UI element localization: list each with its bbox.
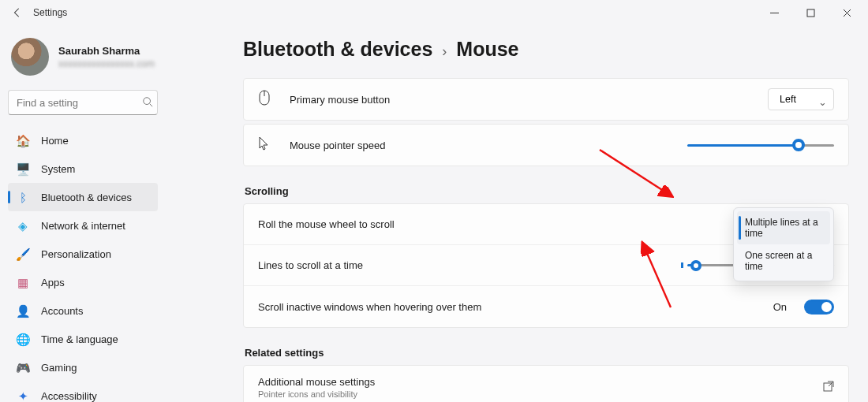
roll-wheel-label: Roll the mouse wheel to scroll	[258, 218, 395, 230]
mouse-icon	[258, 90, 274, 109]
sidebar-item-label: Accessibility	[41, 390, 97, 402]
window-title: Settings	[33, 7, 67, 18]
sidebar-item-label: Accounts	[41, 305, 83, 317]
nav-icon: 🌐	[16, 332, 30, 346]
primary-mouse-button-card: Primary mouse button Left ⌄	[243, 78, 849, 121]
breadcrumb: Bluetooth & devices › Mouse	[243, 38, 849, 61]
pointer-speed-label: Mouse pointer speed	[290, 140, 385, 151]
sidebar-item-label: Bluetooth & devices	[41, 192, 132, 203]
related-group: Additional mouse settings Pointer icons …	[243, 365, 849, 402]
primary-mouse-button-value: Left	[780, 94, 796, 105]
additional-mouse-settings-row[interactable]: Additional mouse settings Pointer icons …	[244, 366, 848, 402]
scroll-inactive-toggle[interactable]	[804, 300, 834, 315]
external-link-icon	[823, 381, 834, 395]
sidebar-item-label: Network & internet	[41, 220, 125, 232]
sidebar-item-apps[interactable]: ▦Apps	[8, 268, 158, 296]
svg-point-1	[144, 98, 151, 105]
title-bar: Settings	[0, 0, 868, 25]
primary-mouse-button-label: Primary mouse button	[290, 94, 390, 106]
nav-icon: 🖥️	[16, 162, 30, 176]
sidebar-item-system[interactable]: 🖥️System	[8, 154, 158, 183]
sidebar-item-home[interactable]: 🏠Home	[8, 126, 158, 154]
related-heading: Related settings	[245, 347, 849, 359]
sidebar-item-label: Gaming	[41, 362, 77, 374]
nav-icon: ▦	[16, 275, 30, 289]
additional-mouse-settings-label: Additional mouse settings	[258, 376, 375, 388]
sidebar-item-gaming[interactable]: 🎮Gaming	[8, 353, 158, 382]
nav-icon: ᛒ	[16, 190, 30, 204]
nav-icon: 🏠	[16, 133, 30, 147]
profile-block[interactable]: Saurabh Sharma xxxxxxxxxxxxxxxx.com	[11, 38, 204, 76]
nav-icon: 🎮	[16, 360, 30, 374]
additional-mouse-settings-sub: Pointer icons and visibility	[258, 389, 375, 399]
profile-email: xxxxxxxxxxxxxxxx.com	[58, 58, 155, 69]
primary-mouse-button-select[interactable]: Left ⌄	[768, 88, 834, 110]
scroll-inactive-row: Scroll inactive windows when hovering ov…	[244, 286, 848, 327]
nav-icon: ✦	[16, 389, 30, 402]
scroll-inactive-label: Scroll inactive windows when hovering ov…	[258, 301, 481, 313]
roll-option-multiple-lines[interactable]: Multiple lines at a time	[737, 211, 830, 244]
search-input[interactable]	[8, 90, 158, 115]
sidebar-item-network-internet[interactable]: ◈Network & internet	[8, 211, 158, 240]
search-wrap	[8, 90, 204, 115]
avatar	[11, 38, 49, 76]
sidebar-item-label: Home	[41, 135, 69, 147]
sidebar-item-personalization[interactable]: 🖌️Personalization	[8, 240, 158, 268]
sidebar: Saurabh Sharma xxxxxxxxxxxxxxxx.com 🏠Hom…	[0, 25, 213, 402]
sidebar-item-accessibility[interactable]: ✦Accessibility	[8, 382, 158, 402]
sidebar-item-label: Apps	[41, 277, 65, 288]
chevron-down-icon: ⌄	[818, 96, 827, 108]
sidebar-item-accounts[interactable]: 👤Accounts	[8, 296, 158, 325]
scroll-inactive-state: On	[773, 301, 787, 313]
sidebar-item-label: Time & language	[41, 333, 118, 345]
cursor-icon	[258, 136, 274, 154]
slider-thumb[interactable]	[690, 260, 702, 271]
chevron-right-icon: ›	[442, 43, 447, 60]
roll-option-one-screen[interactable]: One screen at a time	[737, 244, 830, 277]
minimize-button[interactable]	[756, 0, 792, 25]
pointer-speed-card: Mouse pointer speed	[243, 124, 849, 166]
sidebar-item-label: System	[41, 163, 75, 175]
breadcrumb-parent[interactable]: Bluetooth & devices	[243, 38, 432, 61]
sidebar-item-bluetooth-devices[interactable]: ᛒBluetooth & devices	[8, 183, 158, 211]
breadcrumb-current: Mouse	[456, 38, 518, 61]
nav-icon: 👤	[16, 303, 30, 318]
profile-name: Saurabh Sharma	[58, 45, 155, 57]
sidebar-item-time-language[interactable]: 🌐Time & language	[8, 325, 158, 353]
roll-wheel-dropdown[interactable]: Multiple lines at a time One screen at a…	[733, 207, 834, 281]
search-icon	[142, 96, 153, 110]
nav-icon: 🖌️	[16, 247, 30, 261]
scrolling-heading: Scrolling	[245, 185, 849, 197]
back-button[interactable]	[3, 0, 32, 25]
nav-list: 🏠Home🖥️SystemᛒBluetooth & devices◈Networ…	[8, 126, 204, 402]
svg-rect-0	[807, 9, 814, 17]
lines-to-scroll-label: Lines to scroll at a time	[258, 259, 363, 271]
sidebar-item-label: Personalization	[41, 248, 111, 260]
pointer-speed-slider[interactable]	[687, 138, 834, 152]
slider-thumb[interactable]	[792, 139, 805, 151]
close-button[interactable]	[829, 0, 865, 25]
nav-icon: ◈	[16, 218, 30, 233]
main-content: Bluetooth & devices › Mouse Primary mous…	[213, 25, 868, 402]
maximize-button[interactable]	[792, 0, 829, 25]
roll-wheel-row: Roll the mouse wheel to scroll Multiple …	[244, 204, 848, 245]
scrolling-group: Roll the mouse wheel to scroll Multiple …	[243, 203, 849, 328]
